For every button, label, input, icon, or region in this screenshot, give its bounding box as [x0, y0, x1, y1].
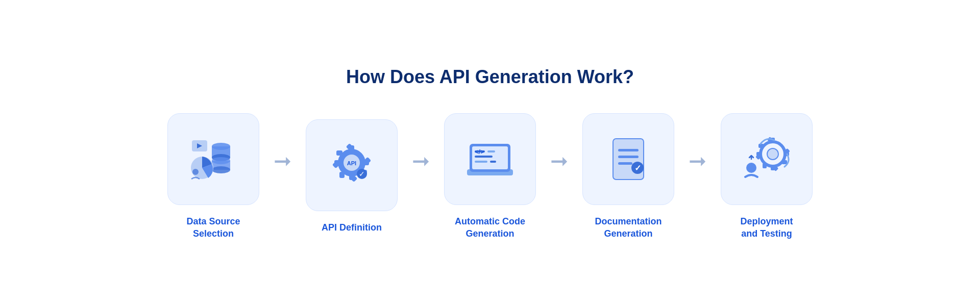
- svg-point-5: [212, 166, 230, 173]
- svg-rect-55: [758, 144, 764, 148]
- svg-text:✓: ✓: [359, 170, 365, 178]
- documentation-icon: ✓: [603, 131, 654, 187]
- icon-box-auto-code: </>: [444, 113, 536, 205]
- arrow-2: ➞: [412, 150, 430, 172]
- step-label-deployment: Deploymentand Testing: [740, 215, 793, 240]
- icon-box-documentation: ✓: [582, 113, 674, 205]
- svg-rect-38: [618, 149, 639, 151]
- step-auto-code: </> Automatic CodeGeneration: [434, 113, 546, 240]
- svg-rect-40: [618, 162, 632, 165]
- arrow-4: ➞: [689, 150, 706, 172]
- step-label-documentation: DocumentationGeneration: [595, 215, 662, 240]
- svg-rect-33: [475, 161, 487, 163]
- svg-point-43: [746, 163, 756, 173]
- page-title: How Does API Generation Work?: [346, 66, 634, 88]
- step-label-api-definition: API Definition: [322, 221, 382, 234]
- arrow-3: ➞: [550, 150, 568, 172]
- svg-rect-31: [487, 150, 495, 152]
- svg-rect-19: [339, 172, 345, 178]
- step-deployment: Deploymentand Testing: [710, 113, 823, 240]
- flow-container: Data SourceSelection ➞: [157, 113, 823, 240]
- step-documentation: ✓ DocumentationGeneration: [572, 113, 684, 240]
- step-api-definition: API ✓ API Definition: [296, 119, 408, 234]
- icon-box-deployment: [721, 113, 813, 205]
- step-label-data-source: Data SourceSelection: [186, 215, 240, 240]
- deployment-icon: [736, 131, 797, 187]
- data-source-icon: [183, 131, 244, 187]
- step-label-auto-code: Automatic CodeGeneration: [455, 215, 525, 240]
- icon-box-api-definition: API ✓: [306, 119, 398, 211]
- svg-point-9: [192, 169, 199, 175]
- svg-text:</>: </>: [475, 148, 484, 156]
- api-definition-icon: API ✓: [324, 137, 380, 193]
- svg-point-45: [767, 148, 778, 160]
- svg-rect-32: [475, 156, 493, 158]
- step-data-source: Data SourceSelection: [157, 113, 270, 240]
- svg-rect-21: [336, 150, 342, 156]
- svg-rect-51: [782, 160, 787, 164]
- auto-code-icon: </>: [459, 131, 521, 187]
- arrow-1: ➞: [274, 150, 291, 172]
- svg-text:API: API: [347, 160, 356, 166]
- svg-rect-39: [618, 156, 639, 158]
- svg-text:✓: ✓: [634, 164, 641, 172]
- svg-rect-53: [763, 163, 767, 168]
- icon-box-data-source: [167, 113, 259, 205]
- svg-rect-34: [490, 161, 496, 163]
